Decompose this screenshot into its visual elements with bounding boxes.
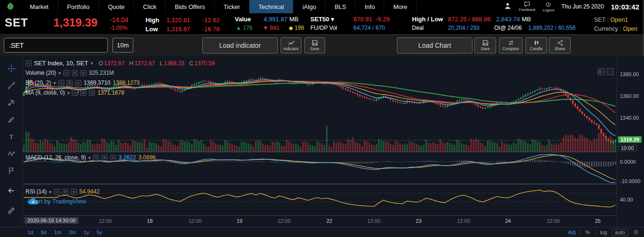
interval-button[interactable]: 10m [112, 38, 133, 53]
settings-icon[interactable]: ≡ [102, 155, 108, 161]
percent-scale-toggle[interactable]: % [585, 229, 590, 235]
chart-symbol-title[interactable]: SET Index, 10, SET [34, 60, 88, 67]
load-chart-button[interactable]: Load Chart [397, 37, 472, 53]
range-1m-button[interactable]: 1m [54, 229, 61, 235]
share-button[interactable]: Share [549, 37, 571, 53]
power-icon [545, 1, 551, 8]
logout-button[interactable]: Logout [542, 1, 554, 12]
feedback-button[interactable]: Feedback [519, 1, 535, 12]
chevron-down-icon[interactable]: ▾ [67, 90, 69, 96]
settings-icon[interactable]: ≡ [80, 90, 86, 96]
hide-toolbar-arrow[interactable] [5, 184, 17, 197]
chat-bubble-icon [524, 1, 531, 7]
pitchfork-tool[interactable] [5, 97, 17, 109]
bb-indicator-name[interactable]: BB (20, 2) [26, 79, 51, 86]
remove-icon[interactable]: × [80, 70, 86, 76]
compare-button[interactable]: Compare [499, 37, 523, 53]
bar-countdown-badge: 10:00 [618, 145, 637, 151]
range-1y-button[interactable]: 1y [84, 229, 89, 235]
fuop-vol-value: 64,724 / 870 [353, 25, 385, 31]
nav-item-bids-offers[interactable]: Bids Offers [166, 0, 215, 13]
chevron-down-icon[interactable]: ▾ [88, 155, 91, 160]
xabcd-pattern-tool[interactable] [5, 148, 17, 160]
range-3m-button[interactable]: 3m [69, 229, 76, 235]
save-chart-button[interactable]: Save [474, 37, 496, 53]
pane-separator[interactable] [23, 151, 617, 152]
volume-indicator-name[interactable]: Volume (20) [26, 70, 56, 76]
set50-label: SET50 [310, 16, 329, 23]
crosshair-tool[interactable] [5, 62, 17, 75]
macd-indicator-name[interactable]: MACD (12, 26, close, 9) [26, 154, 86, 161]
time-tick: 12:00 [99, 218, 112, 224]
index-change: -14.04 [110, 16, 129, 24]
nav-item-portfolio[interactable]: Portfolio [58, 0, 99, 13]
eye-icon[interactable]: ○ [93, 155, 99, 161]
nav-item-quote[interactable]: Quote [99, 0, 134, 13]
rsi-chart-canvas[interactable] [23, 184, 617, 215]
eye-icon[interactable]: ○ [54, 189, 60, 195]
range-5y-button[interactable]: 5y [97, 229, 103, 235]
nav-item-market[interactable]: Market [21, 0, 58, 13]
forecast-tool[interactable] [5, 165, 17, 177]
nav-item-bls[interactable]: BLS [326, 0, 356, 13]
candle-style-button[interactable]: Candle [525, 37, 547, 53]
eye-icon[interactable]: ○ [58, 80, 64, 86]
symbol-search-input[interactable] [4, 38, 108, 53]
price-axis-label: 1360.00 [620, 93, 639, 99]
set50-selector[interactable]: SET50 ▾ [310, 16, 334, 23]
volume-value: 325.231M [89, 70, 114, 76]
range-1d-button[interactable]: 1d [27, 229, 33, 235]
rsi-indicator-name[interactable]: RSI (14) [26, 188, 47, 195]
save-indicator-button[interactable]: Save [304, 37, 325, 53]
index-last-price: 1,319.39 [53, 16, 97, 29]
collapse-legend-icon[interactable]: − [26, 60, 32, 66]
text-tool[interactable]: T [5, 131, 17, 143]
chevron-down-icon[interactable]: ▾ [49, 189, 52, 194]
chevron-down-icon[interactable]: ▾ [53, 80, 56, 86]
brush-tool[interactable] [5, 114, 17, 126]
indicator-button[interactable]: Indicator [281, 37, 301, 53]
save-indicator-label: Save [310, 46, 319, 51]
settings-gear-icon[interactable] [633, 229, 639, 236]
eye-icon[interactable]: ○ [63, 70, 69, 76]
indicator-chart-icon [288, 40, 294, 46]
tradingview-attribution[interactable]: Chart by TradingView [27, 198, 86, 205]
auto-scale-toggle[interactable]: auto [612, 229, 628, 236]
macd-axis-label: -10.0000 [620, 178, 640, 184]
settings-icon[interactable]: ≡ [67, 80, 73, 86]
ma-value: 1371.1678 [97, 89, 124, 96]
nav-item-more[interactable]: More [384, 0, 417, 13]
time-tick: 23 [416, 218, 421, 224]
measure-tool[interactable] [5, 204, 17, 217]
set50-high-low-label: High / Low [412, 16, 443, 23]
eye-icon[interactable]: ○ [72, 90, 78, 96]
remove-icon[interactable]: × [71, 189, 77, 195]
settings-icon[interactable]: ≡ [62, 189, 69, 195]
settings-icon[interactable]: ≡ [72, 70, 78, 76]
app-logo[interactable] [0, 0, 21, 13]
log-scale-toggle[interactable]: log [600, 229, 607, 235]
price-axis[interactable]: 1380.00 1360.00 1340.00 1319.39 10:00 0.… [617, 56, 644, 227]
fuop-vol-label: FU/OP Vol [310, 25, 337, 31]
pane-separator[interactable] [23, 184, 617, 184]
remove-icon[interactable]: × [89, 90, 95, 96]
macd-legend: MACD (12, 26, close, 9) ▾ ○≡× 3.2622 3.0… [26, 154, 155, 161]
pane-screenshot-icon[interactable] [607, 68, 614, 75]
nav-item-technical[interactable]: Technical [249, 0, 293, 13]
time-axis[interactable]: 2020-06-16 14:30:00 12:001812:001912:002… [23, 215, 617, 227]
nav-item-click[interactable]: Click [134, 0, 166, 13]
trend-line-tool[interactable] [5, 79, 17, 92]
load-indicator-button[interactable]: Load indicator [202, 37, 278, 53]
nav-item-ialgo[interactable]: iAlgo [293, 0, 326, 13]
adjust-toggle[interactable]: Adj [568, 229, 575, 235]
remove-icon[interactable]: × [75, 80, 81, 86]
chevron-down-icon[interactable]: ▾ [59, 70, 61, 76]
range-5d-button[interactable]: 5d [41, 229, 46, 235]
ma-indicator-name[interactable]: MA (9, close, 0) [26, 89, 65, 96]
user-icon[interactable] [504, 2, 512, 12]
decliners-count: 841 [270, 25, 279, 31]
nav-item-ticker[interactable]: Ticker [215, 0, 249, 13]
nav-item-info[interactable]: Info [356, 0, 385, 13]
chevron-down-icon[interactable]: ▾ [91, 61, 93, 66]
remove-icon[interactable]: × [110, 155, 116, 161]
